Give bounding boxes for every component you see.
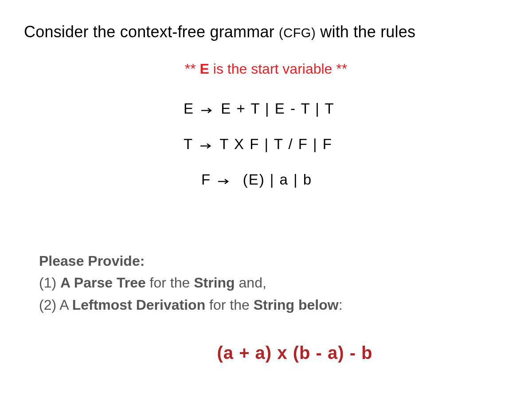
rule1-lhs: E <box>184 100 194 117</box>
grammar-rule-1: E E + T | E - T | T <box>24 91 508 127</box>
headline-pre: Consider the context-free grammar <box>24 23 279 41</box>
grammar-rule-3: F (E) | a | b <box>24 162 508 198</box>
task2-num: (2) A <box>39 297 72 313</box>
task2-b1: Leftmost Derivation <box>72 297 205 313</box>
rule2-lhs: T <box>184 136 193 152</box>
target-string: (a + a) x (b - a) - b <box>24 343 508 363</box>
tasks-lead: Please Provide: <box>39 250 508 272</box>
arrow-icon <box>201 91 213 126</box>
note-rest: is the start variable ** <box>209 61 347 77</box>
task1-tail: and, <box>235 275 266 291</box>
task1-b2: String <box>194 275 235 291</box>
note-symbol: E <box>200 61 209 77</box>
headline: Consider the context-free grammar (CFG) … <box>24 21 508 43</box>
rule3-lhs: F <box>201 171 211 188</box>
task1-mid: for the <box>146 275 194 291</box>
task2-tail: : <box>339 297 343 313</box>
grammar-rule-2: T T X F | T / F | F <box>24 127 508 162</box>
grammar-rules: E E + T | E - T | T T T X F | T / F | F … <box>24 91 508 198</box>
note-prefix: ** <box>185 61 200 77</box>
arrow-icon <box>200 127 212 162</box>
task-item-2: (2) A Leftmost Derivation for the String… <box>39 294 508 316</box>
task1-b1: A Parse Tree <box>60 275 146 291</box>
start-variable-note: ** E is the start variable ** <box>24 61 508 77</box>
task-item-1: (1) A Parse Tree for the String and, <box>39 272 508 294</box>
task-list: Please Provide: (1) A Parse Tree for the… <box>24 250 508 316</box>
slide: Consider the context-free grammar (CFG) … <box>0 0 532 410</box>
headline-post: with the rules <box>316 23 415 41</box>
task2-mid: for the <box>205 297 254 313</box>
headline-abbr: (CFG) <box>279 26 316 40</box>
task1-num: (1) <box>39 275 60 291</box>
rule2-rhs: T X F | T / F | F <box>219 136 332 152</box>
task2-b2: String below <box>254 297 339 313</box>
rule1-rhs: E + T | E - T | T <box>221 100 334 117</box>
rule3-rhs: (E) | a | b <box>243 171 313 188</box>
arrow-icon <box>218 162 230 197</box>
